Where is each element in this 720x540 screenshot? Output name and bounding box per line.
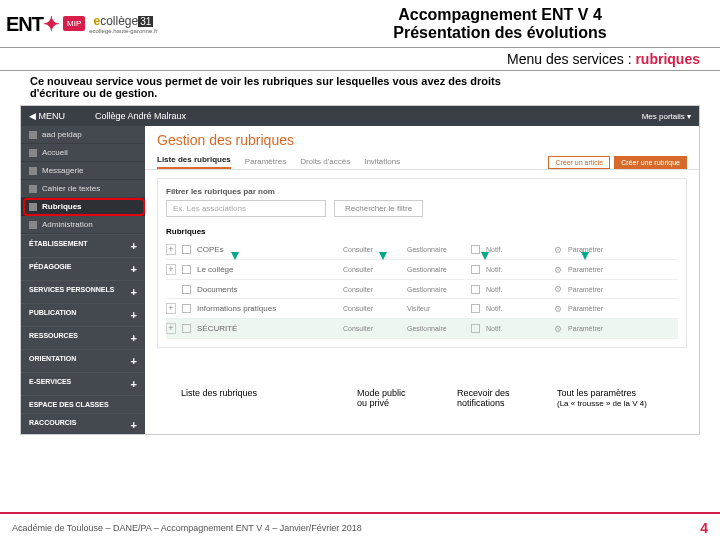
slide-header: ENT✦ MIP ecollège31 ecollege.haute-garon… <box>0 0 720 48</box>
gear-icon[interactable]: ⚙ <box>554 245 562 255</box>
sidebar-section[interactable]: E-SERVICES+ <box>21 372 145 395</box>
rub-row[interactable]: +SÉCURITÉConsulterGestionnaireNotif.⚙Par… <box>166 319 678 339</box>
slide-titles: Accompagnement ENT V 4 Présentation des … <box>280 6 720 42</box>
slide-footer: Académie de Toulouse – DANE/PA – Accompa… <box>0 512 720 540</box>
logo-block: ENT✦ MIP ecollège31 ecollege.haute-garon… <box>0 12 280 36</box>
gear-icon[interactable]: ⚙ <box>554 304 562 314</box>
checkbox[interactable] <box>182 324 191 333</box>
filter-label: Filtrer les rubriques par nom <box>166 187 678 196</box>
sidebar-item[interactable]: aad peidap <box>21 126 145 144</box>
portails-dropdown[interactable]: Mes portails ▾ <box>642 112 691 121</box>
annot-params: Tout les paramètres(La « trousse » de la… <box>557 388 687 408</box>
rub-row[interactable]: +COPEsConsulterGestionnaireNotif.⚙Paramé… <box>166 240 678 260</box>
sidebar: aad peidap Accueil Messagerie Cahier de … <box>21 126 145 435</box>
app-screenshot: ◀ MENU Collège André Malraux Mes portail… <box>20 105 700 435</box>
annot-liste: Liste des rubriques <box>181 388 357 408</box>
gear-icon[interactable]: ⚙ <box>554 284 562 294</box>
expand-icon[interactable]: + <box>166 323 176 334</box>
tab-invit[interactable]: Invitations <box>364 154 400 169</box>
menu-button[interactable]: ◀ MENU <box>29 111 65 121</box>
main-title: Gestion des rubriques <box>145 126 699 150</box>
rub-row[interactable]: DocumentsConsulterGestionnaireNotif.⚙Par… <box>166 280 678 299</box>
sidebar-section[interactable]: PÉDAGOGIE+ <box>21 257 145 280</box>
expand-icon[interactable]: + <box>166 244 176 255</box>
tab-droits[interactable]: Droits d'accès <box>300 154 350 169</box>
logo-ecollege: ecollège31 ecollege.haute-garonne.fr <box>89 14 157 34</box>
rub-row[interactable]: +Informations pratiquesConsulterVisiteur… <box>166 299 678 319</box>
rub-row[interactable]: +Le collègeConsulterGestionnaireNotif.⚙P… <box>166 260 678 280</box>
sidebar-item-accueil[interactable]: Accueil <box>21 144 145 162</box>
sidebar-item-cahier[interactable]: Cahier de textes <box>21 180 145 198</box>
annotations: Liste des rubriques Mode publicou privé … <box>181 388 687 408</box>
sidebar-section[interactable]: ESPACE DES CLASSES <box>21 395 145 413</box>
rubriques-panel: Filtrer les rubriques par nom Ex. Les as… <box>157 178 687 348</box>
annot-notif: Recevoir desnotifications <box>457 388 557 408</box>
title-2: Présentation des évolutions <box>280 24 720 42</box>
expand-icon[interactable]: + <box>166 264 176 275</box>
filter-input[interactable]: Ex. Les associations <box>166 200 326 217</box>
school-name: Collège André Malraux <box>95 111 642 121</box>
create-article-button[interactable]: Créer un article <box>548 156 610 169</box>
footer-text: Académie de Toulouse – DANE/PA – Accompa… <box>12 523 362 533</box>
checkbox[interactable] <box>182 265 191 274</box>
app-topbar: ◀ MENU Collège André Malraux Mes portail… <box>21 106 699 126</box>
tab-params[interactable]: Paramètres <box>245 154 286 169</box>
subtitle-bar: Menu des services : rubriques <box>0 48 720 71</box>
sidebar-section[interactable]: ÉTABLISSEMENT+ <box>21 234 145 257</box>
checkbox[interactable] <box>182 285 191 294</box>
title-1: Accompagnement ENT V 4 <box>280 6 720 24</box>
logo-ent: ENT✦ <box>6 12 59 36</box>
sidebar-item-messagerie[interactable]: Messagerie <box>21 162 145 180</box>
logo-mip: MIP <box>63 16 85 31</box>
tab-liste[interactable]: Liste des rubriques <box>157 152 231 169</box>
gear-icon[interactable]: ⚙ <box>554 324 562 334</box>
expand-icon[interactable]: + <box>166 303 176 314</box>
sidebar-section[interactable]: ORIENTATION+ <box>21 349 145 372</box>
sidebar-item-rubriques[interactable]: Rubriques <box>21 198 145 216</box>
intro-text: Ce nouveau service vous permet de voir l… <box>0 71 720 103</box>
filter-button[interactable]: Rechercher le filtre <box>334 200 423 217</box>
annot-mode: Mode publicou privé <box>357 388 457 408</box>
page-number: 4 <box>700 520 708 536</box>
sidebar-section[interactable]: RESSOURCES+ <box>21 326 145 349</box>
checkbox[interactable] <box>182 304 191 313</box>
sidebar-section[interactable]: SERVICES PERSONNELS+ <box>21 280 145 303</box>
sidebar-section[interactable]: PUBLICATION+ <box>21 303 145 326</box>
rub-list-title: Rubriques <box>166 227 678 236</box>
tabs: Liste des rubriques Paramètres Droits d'… <box>145 150 699 170</box>
gear-icon[interactable]: ⚙ <box>554 265 562 275</box>
sidebar-section[interactable]: RACCOURCIS+ <box>21 413 145 435</box>
create-rubrique-button[interactable]: Créer une rubrique <box>614 156 687 169</box>
sidebar-item-admin[interactable]: Administration <box>21 216 145 234</box>
checkbox[interactable] <box>182 245 191 254</box>
